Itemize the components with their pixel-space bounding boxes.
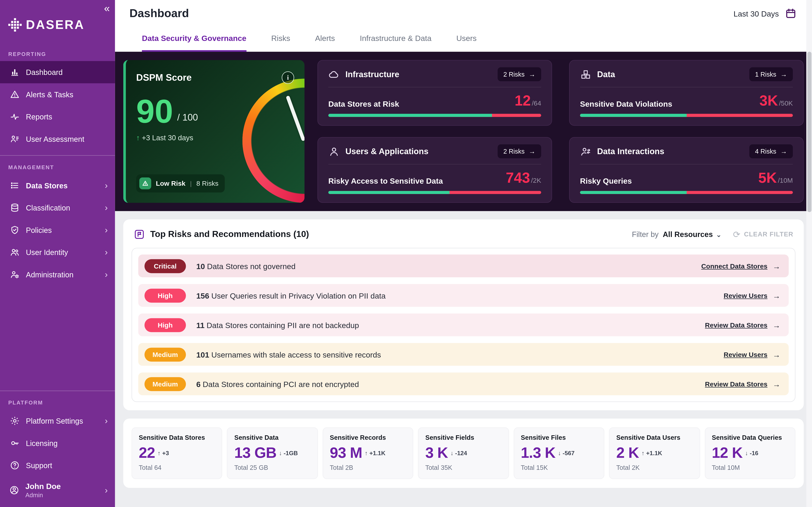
sidebar-item-licensing[interactable]: Licensing — [0, 432, 115, 454]
sidebar-spacer — [0, 286, 115, 386]
metric-label: Risky Queries — [580, 176, 632, 185]
date-range-label[interactable]: Last 30 Days — [733, 9, 779, 18]
sidebar: « DASERA REPORTING Dashboard Alerts & — [0, 0, 115, 507]
sidebar-item-label: Reports — [26, 112, 108, 121]
metric-label: Data Stores at Risk — [328, 99, 399, 108]
sidebar-item-label: Classification — [26, 204, 99, 212]
trend-arrow-icon: ↓ — [451, 450, 454, 456]
metric-label: Sensitive Data Violations — [580, 99, 672, 108]
tab-users[interactable]: Users — [456, 34, 477, 52]
dspm-title: DSPM Score — [136, 72, 192, 83]
risk-action-link[interactable]: Review Data Stores — [705, 380, 767, 388]
arrow-right-icon[interactable]: → — [773, 262, 780, 270]
collapse-sidebar-icon[interactable]: « — [104, 3, 110, 13]
calendar-icon[interactable] — [785, 8, 797, 19]
sidebar-item-classification[interactable]: Classification › — [0, 196, 115, 219]
user-assessment-icon — [9, 134, 20, 144]
stat-delta: ↑ +1.1K — [642, 450, 662, 456]
sidebar-item-label: Data Stores — [26, 181, 99, 190]
refresh-icon: ⟳ — [733, 229, 741, 240]
metric-value: 5K/10M — [758, 171, 793, 185]
section-label-management: MANAGEMENT — [0, 155, 115, 174]
dspm-score-value: 90 — [136, 97, 173, 125]
scrollbar-thumb[interactable] — [807, 52, 811, 212]
page-title: Dashboard — [130, 7, 189, 20]
tab-alerts[interactable]: Alerts — [315, 34, 335, 52]
data-boxes-icon — [580, 68, 592, 80]
risks-chip-button[interactable]: 1 Risks → — [749, 67, 793, 81]
stat-value: 12 K — [712, 445, 743, 460]
stat-total: Total 2K — [616, 464, 693, 471]
sidebar-item-data-stores[interactable]: Data Stores › — [0, 174, 115, 196]
arrow-right-icon[interactable]: → — [773, 291, 780, 300]
info-icon[interactable]: i — [282, 71, 294, 84]
risk-badge-label: Low Risk — [156, 179, 185, 187]
stat-sensitive-data-queries: Sensitive Data Queries 12 K ↓ -16 Total … — [705, 428, 795, 479]
tab-infrastructure-data[interactable]: Infrastructure & Data — [360, 34, 432, 52]
tab-risks[interactable]: Risks — [271, 34, 290, 52]
tab-data-security-governance[interactable]: Data Security & Governance — [142, 34, 246, 52]
user-identity-icon — [9, 247, 20, 258]
sidebar-user-profile[interactable]: John Doe Admin › — [0, 476, 115, 507]
sidebar-item-platform-settings[interactable]: Platform Settings › — [0, 410, 115, 432]
warning-triangle-icon — [139, 177, 151, 189]
stat-total: Total 2B — [330, 464, 406, 471]
help-circle-icon — [9, 460, 20, 470]
sidebar-item-alerts-tasks[interactable]: Alerts & Tasks — [0, 83, 115, 106]
arrow-right-icon[interactable]: → — [773, 380, 780, 388]
arrow-right-icon[interactable]: → — [773, 321, 780, 329]
risk-description: 11Data Stores containing PII are not bac… — [196, 321, 705, 329]
risk-action-link[interactable]: Review Users — [724, 351, 767, 358]
stat-delta: ↓ -567 — [558, 450, 574, 456]
sidebar-item-reports[interactable]: Reports — [0, 106, 115, 128]
clear-filter-button[interactable]: ⟳ CLEAR FILTER — [733, 229, 794, 240]
filter-by-label: Filter by — [632, 230, 659, 238]
risk-action-link[interactable]: Review Data Stores — [705, 321, 767, 329]
sidebar-item-label: User Assessment — [26, 135, 108, 143]
sidebar-item-dashboard[interactable]: Dashboard — [0, 61, 115, 83]
progress-bar — [580, 114, 793, 117]
user-interactions-icon — [580, 146, 592, 157]
administration-icon — [9, 269, 20, 280]
sidebar-item-label: User Identity — [26, 248, 99, 256]
sidebar-item-label: Dashboard — [26, 68, 108, 76]
sidebar-item-administration[interactable]: Administration › — [0, 263, 115, 285]
metric-value: 743/2K — [506, 171, 541, 185]
sidebar-item-support[interactable]: Support — [0, 454, 115, 476]
severity-badge: High — [145, 318, 186, 332]
chevron-right-icon: › — [105, 226, 108, 234]
chevron-right-icon: › — [105, 416, 108, 425]
stat-total: Total 64 — [139, 464, 215, 471]
scrollbar[interactable] — [806, 0, 812, 507]
stat-sensitive-files: Sensitive Files 1.3 K ↓ -567 Total 15K — [513, 428, 604, 479]
stat-value: 3 K — [425, 445, 448, 460]
progress-bar — [580, 191, 793, 194]
stat-delta: ↓ -16 — [745, 450, 758, 456]
progress-bar — [328, 114, 541, 117]
risk-action-link[interactable]: Review Users — [724, 291, 767, 299]
arrow-right-icon: → — [529, 148, 536, 155]
resource-filter-dropdown[interactable]: All Resources ⌄ — [663, 230, 722, 238]
sidebar-item-user-identity[interactable]: User Identity › — [0, 241, 115, 263]
stat-delta: ↑ +3 — [157, 450, 169, 456]
chevron-right-icon: › — [105, 270, 108, 279]
sidebar-item-policies[interactable]: Policies › — [0, 219, 115, 241]
risks-chip-button[interactable]: 2 Risks → — [498, 145, 541, 158]
risk-action-link[interactable]: Connect Data Stores — [701, 262, 767, 270]
sidebar-item-label: Support — [26, 461, 108, 469]
stat-sensitive-data-users: Sensitive Data Users 2 K ↑ +1.1K Total 2… — [609, 428, 700, 479]
dspm-trend: ↑ +3 Last 30 days — [136, 134, 294, 142]
trend-arrow-icon: ↑ — [642, 450, 645, 456]
sidebar-item-user-assessment[interactable]: User Assessment — [0, 128, 115, 150]
chevron-down-icon: ⌄ — [716, 230, 722, 238]
section-label-reporting: REPORTING — [0, 43, 115, 61]
risks-chip-button[interactable]: 2 Risks → — [498, 67, 541, 81]
dashboard-icon — [9, 67, 20, 77]
trend-up-icon: ↑ — [136, 134, 140, 142]
trend-arrow-icon: ↑ — [157, 450, 160, 456]
arrow-right-icon[interactable]: → — [773, 350, 780, 359]
page: « DASERA REPORTING Dashboard Alerts & — [0, 0, 812, 507]
risks-chip-button[interactable]: 4 Risks → — [749, 145, 793, 158]
user-name: John Doe — [26, 482, 99, 491]
risk-rows-container: Critical 10Data Stores not governed Conn… — [132, 248, 796, 402]
